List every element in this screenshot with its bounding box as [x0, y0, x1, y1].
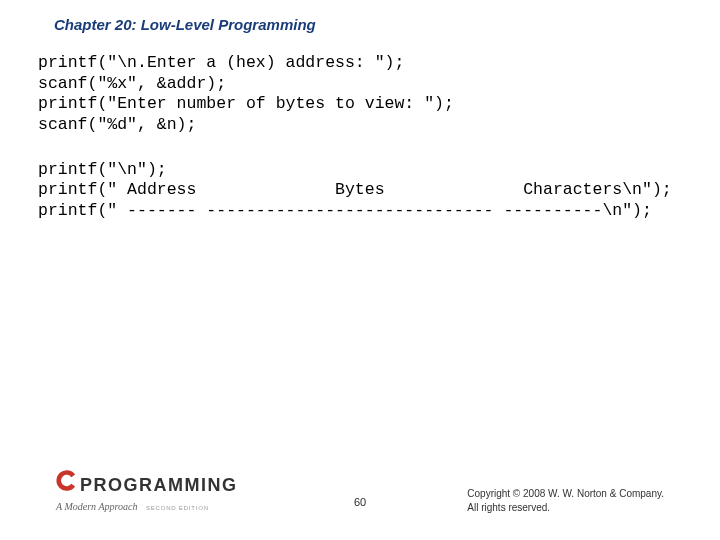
copyright-line: All rights reserved. — [467, 501, 664, 515]
logo-main: PROGRAMMING — [56, 470, 238, 496]
chapter-title: Chapter 20: Low-Level Programming — [54, 16, 316, 33]
copyright: Copyright © 2008 W. W. Norton & Company.… — [467, 487, 664, 514]
code-line: printf(" Address Bytes Characters\n"); — [38, 180, 672, 199]
logo-subtitle-row: A Modern Approach SECOND EDITION — [56, 496, 238, 514]
code-line: scanf("%d", &n); — [38, 115, 196, 134]
logo-c-icon — [56, 470, 77, 491]
code-line: printf(" ------- -----------------------… — [38, 201, 652, 220]
page-number: 60 — [354, 496, 366, 508]
code-block-2: printf("\n"); printf(" Address Bytes Cha… — [0, 150, 720, 222]
book-logo: PROGRAMMING A Modern Approach SECOND EDI… — [56, 470, 238, 514]
copyright-line: Copyright © 2008 W. W. Norton & Company. — [467, 487, 664, 501]
code-line: printf("\n.Enter a (hex) address: "); — [38, 53, 404, 72]
chapter-header: Chapter 20: Low-Level Programming — [0, 0, 720, 43]
code-line: printf("\n"); — [38, 160, 167, 179]
code-line: printf("Enter number of bytes to view: "… — [38, 94, 454, 113]
code-block-1: printf("\n.Enter a (hex) address: "); sc… — [0, 43, 720, 136]
code-line: scanf("%x", &addr); — [38, 74, 226, 93]
logo-subtitle: A Modern Approach — [56, 501, 137, 512]
logo-edition: SECOND EDITION — [146, 505, 209, 511]
logo-text: PROGRAMMING — [80, 475, 238, 496]
